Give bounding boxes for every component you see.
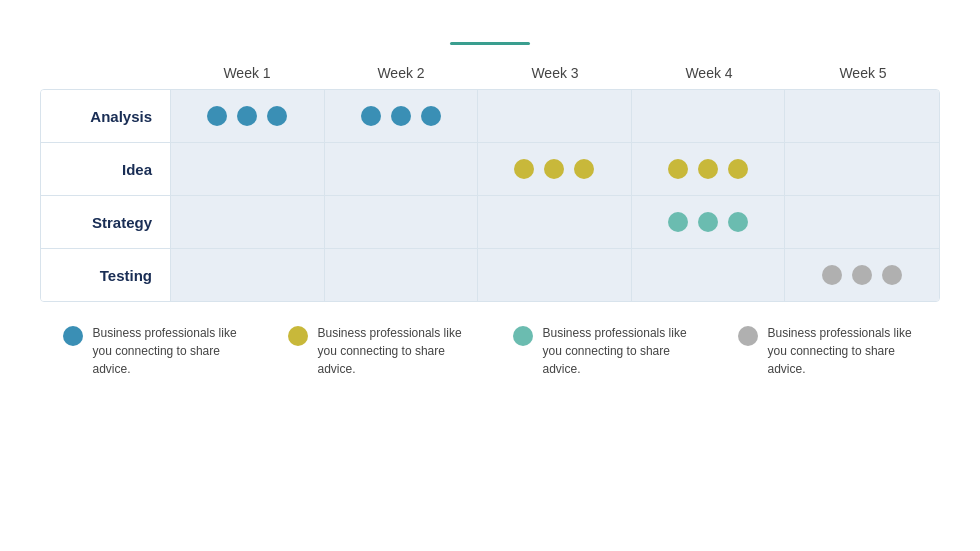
- gantt-cell-row1-col0: [171, 143, 325, 195]
- gantt-cell-row2-col0: [171, 196, 325, 248]
- gantt-cell-row1-col4: [785, 143, 939, 195]
- legend-dot: [738, 326, 758, 346]
- gantt-cell-row3-col2: [478, 249, 632, 301]
- dot: [207, 106, 227, 126]
- legend-dot: [513, 326, 533, 346]
- dot: [544, 159, 564, 179]
- page: Week 1Week 2Week 3Week 4Week 5 AnalysisI…: [0, 0, 980, 551]
- legend-item-0: Business professionals like you connecti…: [63, 324, 243, 378]
- header-col-1: Week 1: [170, 65, 324, 89]
- dot: [668, 159, 688, 179]
- gantt-cell-row2-col3: [632, 196, 786, 248]
- header-col-4: Week 4: [632, 65, 786, 89]
- row-label-analysis: Analysis: [41, 90, 171, 142]
- dot: [698, 159, 718, 179]
- dot: [574, 159, 594, 179]
- gantt-cell-row0-col4: [785, 90, 939, 142]
- legend-text: Business professionals like you connecti…: [318, 324, 468, 378]
- dot: [361, 106, 381, 126]
- legend-item-3: Business professionals like you connecti…: [738, 324, 918, 378]
- header-empty: [40, 65, 170, 89]
- gantt-cell-row3-col1: [325, 249, 479, 301]
- gantt-row: Analysis: [41, 90, 939, 143]
- gantt-cell-row3-col0: [171, 249, 325, 301]
- legend-item-2: Business professionals like you connecti…: [513, 324, 693, 378]
- dot: [391, 106, 411, 126]
- dot: [728, 212, 748, 232]
- gantt-cell-row0-col2: [478, 90, 632, 142]
- gantt-cell-row0-col1: [325, 90, 479, 142]
- legend-dot: [63, 326, 83, 346]
- dot: [728, 159, 748, 179]
- header-col-2: Week 2: [324, 65, 478, 89]
- dot: [668, 212, 688, 232]
- gantt-cell-row0-col3: [632, 90, 786, 142]
- gantt-cell-row3-col3: [632, 249, 786, 301]
- dot: [237, 106, 257, 126]
- legend: Business professionals like you connecti…: [40, 324, 940, 378]
- dot: [852, 265, 872, 285]
- gantt-row: Strategy: [41, 196, 939, 249]
- title-underline: [450, 42, 530, 45]
- gantt-cell-row2-col1: [325, 196, 479, 248]
- header-col-5: Week 5: [786, 65, 940, 89]
- dot: [698, 212, 718, 232]
- gantt-row: Idea: [41, 143, 939, 196]
- header-col-3: Week 3: [478, 65, 632, 89]
- gantt-chart: Week 1Week 2Week 3Week 4Week 5 AnalysisI…: [40, 65, 940, 302]
- dot: [882, 265, 902, 285]
- legend-item-1: Business professionals like you connecti…: [288, 324, 468, 378]
- dot: [421, 106, 441, 126]
- gantt-header-row: Week 1Week 2Week 3Week 4Week 5: [40, 65, 940, 89]
- dot: [267, 106, 287, 126]
- gantt-cell-row2-col2: [478, 196, 632, 248]
- gantt-cell-row1-col1: [325, 143, 479, 195]
- gantt-cell-row1-col3: [632, 143, 786, 195]
- legend-text: Business professionals like you connecti…: [93, 324, 243, 378]
- legend-text: Business professionals like you connecti…: [543, 324, 693, 378]
- dot: [822, 265, 842, 285]
- legend-text: Business professionals like you connecti…: [768, 324, 918, 378]
- gantt-cell-row0-col0: [171, 90, 325, 142]
- gantt-cell-row1-col2: [478, 143, 632, 195]
- dot: [514, 159, 534, 179]
- row-label-testing: Testing: [41, 249, 171, 301]
- legend-dot: [288, 326, 308, 346]
- gantt-cell-row2-col4: [785, 196, 939, 248]
- gantt-cell-row3-col4: [785, 249, 939, 301]
- gantt-row: Testing: [41, 249, 939, 301]
- gantt-body: AnalysisIdeaStrategyTesting: [40, 89, 940, 302]
- row-label-idea: Idea: [41, 143, 171, 195]
- row-label-strategy: Strategy: [41, 196, 171, 248]
